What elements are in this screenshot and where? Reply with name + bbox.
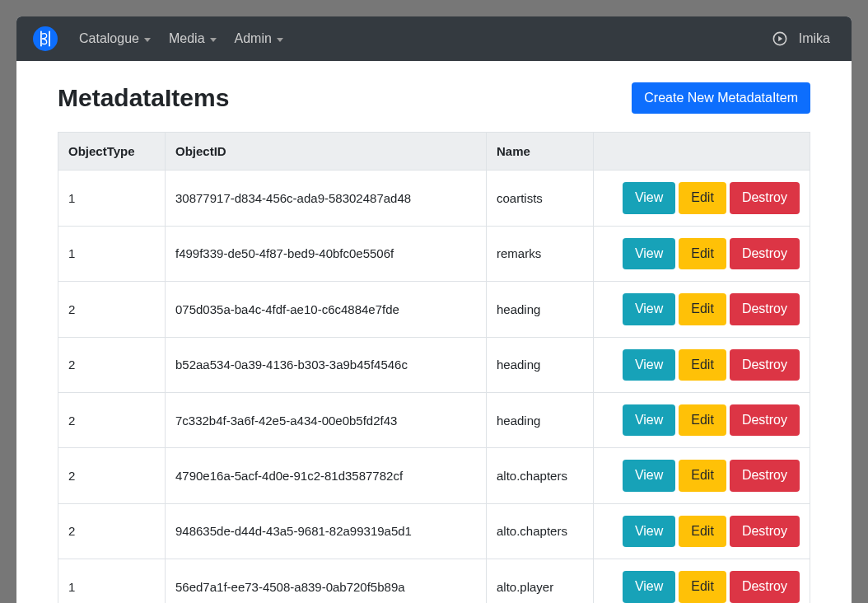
cell-actions: ViewEditDestroy [594, 448, 810, 503]
svg-rect-1 [49, 31, 50, 47]
table-row: 2948635de-d44d-43a5-9681-82a99319a5d1alt… [58, 503, 810, 559]
edit-button[interactable]: Edit [679, 238, 726, 269]
nav-right: Imika [772, 31, 835, 46]
edit-button[interactable]: Edit [679, 516, 726, 547]
nav-item-media[interactable]: Media [162, 25, 223, 53]
view-button[interactable]: View [623, 293, 675, 325]
user-name: Imika [799, 31, 830, 46]
cell-actions: ViewEditDestroy [594, 503, 810, 559]
table-header-row: ObjectType ObjectID Name [58, 133, 810, 171]
cell-actions: ViewEditDestroy [594, 392, 810, 447]
cell-objectid: 7c332b4f-3a6f-42e5-a434-00e0b5fd2f43 [166, 392, 487, 447]
chevron-down-icon [144, 38, 151, 42]
cell-objectid: b52aa534-0a39-4136-b303-3a9b45f4546c [166, 337, 487, 392]
col-header-objectid: ObjectID [166, 133, 487, 171]
page-title: MetadataItems [58, 84, 229, 112]
view-button[interactable]: View [623, 404, 675, 436]
user-menu[interactable]: Imika [799, 31, 835, 46]
view-button[interactable]: View [623, 182, 675, 213]
view-button[interactable]: View [623, 571, 675, 602]
cell-actions: ViewEditDestroy [594, 337, 810, 392]
nav-item-admin[interactable]: Admin [228, 25, 290, 53]
cell-objectid: 948635de-d44d-43a5-9681-82a99319a5d1 [166, 503, 487, 559]
play-icon[interactable] [772, 31, 787, 46]
destroy-button[interactable]: Destroy [730, 238, 800, 269]
cell-name: heading [487, 392, 594, 447]
cell-actions: ViewEditDestroy [594, 282, 810, 337]
cell-objectid: 56ed7a1f-ee73-4508-a839-0ab720f5b89a [166, 559, 487, 603]
edit-button[interactable]: Edit [679, 460, 726, 491]
cell-name: alto.chapters [487, 448, 594, 503]
clef-icon [38, 30, 53, 48]
destroy-button[interactable]: Destroy [730, 293, 800, 325]
content: MetadataItems Create New MetadataItem Ob… [16, 61, 852, 603]
cell-objecttype: 1 [58, 559, 166, 603]
table-row: 156ed7a1f-ee73-4508-a839-0ab720f5b89aalt… [58, 559, 810, 603]
destroy-button[interactable]: Destroy [730, 516, 800, 547]
chevron-down-icon [210, 38, 217, 42]
cell-objecttype: 2 [58, 448, 166, 503]
cell-objecttype: 1 [58, 226, 166, 281]
chevron-down-icon [277, 38, 283, 42]
table-row: 24790e16a-5acf-4d0e-91c2-81d3587782cfalt… [58, 448, 810, 503]
cell-objecttype: 2 [58, 392, 166, 447]
cell-objectid: f499f339-de50-4f87-bed9-40bfc0e5506f [166, 226, 487, 281]
view-button[interactable]: View [623, 516, 675, 547]
cell-name: heading [487, 282, 594, 337]
col-header-actions [594, 133, 810, 171]
cell-actions: ViewEditDestroy [594, 559, 810, 603]
table-row: 130877917-d834-456c-ada9-58302487ad48coa… [58, 171, 810, 226]
cell-objectid: 30877917-d834-456c-ada9-58302487ad48 [166, 171, 487, 226]
table-row: 2b52aa534-0a39-4136-b303-3a9b45f4546chea… [58, 337, 810, 392]
cell-actions: ViewEditDestroy [594, 226, 810, 281]
destroy-button[interactable]: Destroy [730, 460, 800, 491]
edit-button[interactable]: Edit [679, 293, 726, 325]
table-row: 1f499f339-de50-4f87-bed9-40bfc0e5506frem… [58, 226, 810, 281]
destroy-button[interactable]: Destroy [730, 182, 800, 213]
edit-button[interactable]: Edit [679, 571, 726, 602]
metadata-table: ObjectType ObjectID Name 130877917-d834-… [58, 132, 810, 603]
edit-button[interactable]: Edit [679, 349, 726, 381]
nav-item-label: Admin [235, 31, 272, 46]
destroy-button[interactable]: Destroy [730, 571, 800, 602]
cell-actions: ViewEditDestroy [594, 171, 810, 226]
cell-objecttype: 2 [58, 503, 166, 559]
nav-item-catalogue[interactable]: Catalogue [72, 25, 157, 53]
nav-left: Catalogue Media Admin [72, 25, 290, 53]
table-row: 27c332b4f-3a6f-42e5-a434-00e0b5fd2f43hea… [58, 392, 810, 447]
view-button[interactable]: View [623, 349, 675, 381]
destroy-button[interactable]: Destroy [730, 349, 800, 381]
view-button[interactable]: View [623, 460, 675, 491]
destroy-button[interactable]: Destroy [730, 404, 800, 436]
svg-rect-0 [40, 31, 42, 47]
nav-item-label: Media [169, 31, 205, 46]
cell-objecttype: 2 [58, 337, 166, 392]
brand-logo[interactable] [33, 26, 58, 51]
navbar: Catalogue Media Admin [16, 16, 852, 61]
create-button[interactable]: Create New MetadataItem [632, 82, 810, 114]
cell-objectid: 075d035a-ba4c-4fdf-ae10-c6c4884e7fde [166, 282, 487, 337]
cell-objecttype: 2 [58, 282, 166, 337]
cell-name: remarks [487, 226, 594, 281]
edit-button[interactable]: Edit [679, 404, 726, 436]
cell-name: alto.chapters [487, 503, 594, 559]
edit-button[interactable]: Edit [679, 182, 726, 213]
col-header-name: Name [487, 133, 594, 171]
table-row: 2075d035a-ba4c-4fdf-ae10-c6c4884e7fdehea… [58, 282, 810, 337]
view-button[interactable]: View [623, 238, 675, 269]
cell-name: coartists [487, 171, 594, 226]
col-header-objecttype: ObjectType [58, 133, 166, 171]
cell-objectid: 4790e16a-5acf-4d0e-91c2-81d3587782cf [166, 448, 487, 503]
header-row: MetadataItems Create New MetadataItem [58, 82, 810, 114]
cell-name: heading [487, 337, 594, 392]
cell-objecttype: 1 [58, 171, 166, 226]
cell-name: alto.player [487, 559, 594, 603]
nav-item-label: Catalogue [79, 31, 139, 46]
